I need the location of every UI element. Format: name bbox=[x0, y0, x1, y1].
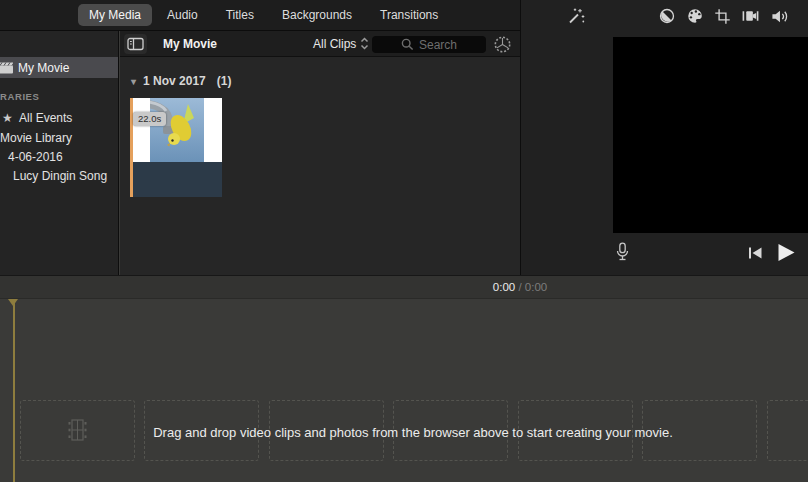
viewer-panel bbox=[520, 0, 808, 275]
sidebar-item-label: My Movie bbox=[18, 61, 69, 75]
sidebar-item-label: All Events bbox=[19, 111, 72, 125]
timeline-empty-message: Drag and drop video clips and photos fro… bbox=[153, 425, 673, 440]
filter-label: All Clips bbox=[313, 37, 356, 51]
video-clip-thumbnail[interactable]: 22.0s bbox=[130, 98, 222, 197]
play-button[interactable] bbox=[776, 243, 796, 262]
settings-gear-icon bbox=[493, 35, 512, 54]
star-icon: ★ bbox=[2, 111, 19, 125]
timeline-toolbar: 0:00 / 0:00 bbox=[0, 275, 808, 299]
clip-placeholder bbox=[767, 400, 808, 461]
imovie-window: My Media Audio Titles Backgrounds Transi… bbox=[0, 0, 808, 482]
group-count: (1) bbox=[217, 74, 232, 88]
media-tabs: My Media Audio Titles Backgrounds Transi… bbox=[78, 4, 451, 26]
color-balance-button[interactable] bbox=[658, 7, 676, 25]
tab-titles[interactable]: Titles bbox=[213, 4, 267, 26]
tab-audio[interactable]: Audio bbox=[154, 4, 211, 26]
sidebar-toggle-button[interactable] bbox=[124, 34, 147, 54]
tab-my-media[interactable]: My Media bbox=[78, 4, 152, 26]
magic-wand-icon bbox=[567, 7, 585, 25]
sidebar-item-all-events[interactable]: ★ All Events bbox=[0, 107, 119, 128]
clip-group-header[interactable]: ▾ 1 Nov 2017 (1) bbox=[131, 74, 231, 88]
voiceover-button[interactable] bbox=[615, 242, 630, 262]
clip-browser: My Movie All Clips Search bbox=[120, 31, 520, 275]
clip-filler bbox=[133, 162, 223, 197]
sidebar-item-label: Movie Library bbox=[0, 131, 72, 145]
microphone-icon bbox=[615, 242, 630, 262]
filmstrip-icon bbox=[67, 419, 88, 441]
sidebar-item-label: Lucy Dingin Song bbox=[13, 169, 107, 183]
clapperboard-icon bbox=[0, 62, 18, 74]
group-date-label: 1 Nov 2017 bbox=[143, 74, 206, 88]
volume-speaker-button[interactable] bbox=[770, 8, 789, 25]
browser-title: My Movie bbox=[163, 37, 217, 51]
search-input[interactable]: Search bbox=[372, 36, 486, 53]
media-toolbar: My Media Audio Titles Backgrounds Transi… bbox=[0, 0, 520, 31]
timeline[interactable]: Drag and drop video clips and photos fro… bbox=[0, 299, 808, 482]
sidebar-item-movie-library[interactable]: Movie Library bbox=[0, 127, 119, 148]
total-time: 0:00 bbox=[525, 281, 547, 293]
search-icon bbox=[401, 38, 414, 51]
current-time: 0:00 bbox=[493, 281, 515, 293]
clip-image bbox=[133, 98, 223, 162]
search-placeholder: Search bbox=[419, 38, 457, 52]
color-correction-palette-button[interactable] bbox=[686, 7, 704, 25]
playhead-handle[interactable] bbox=[8, 299, 18, 306]
browser-header: My Movie All Clips Search bbox=[120, 31, 520, 57]
video-viewer[interactable] bbox=[613, 37, 808, 233]
sidebar-item-my-movie[interactable]: My Movie bbox=[0, 57, 119, 78]
enhance-button[interactable] bbox=[567, 7, 585, 25]
tab-transitions[interactable]: Transitions bbox=[367, 4, 451, 26]
clip-duration-badge: 22.0s bbox=[133, 112, 166, 126]
libraries-sidebar: OJECT MEDIA My Movie RARIES ★ All Events… bbox=[0, 31, 119, 275]
skip-to-start-button[interactable] bbox=[747, 246, 763, 260]
transport-controls bbox=[747, 243, 796, 262]
libraries-section-label: RARIES bbox=[0, 91, 40, 102]
tab-backgrounds[interactable]: Backgrounds bbox=[269, 4, 365, 26]
bird-on-faucet-photo bbox=[150, 98, 204, 162]
all-clips-filter[interactable]: All Clips bbox=[313, 37, 369, 51]
time-display: 0:00 / 0:00 bbox=[493, 281, 547, 293]
sidebar-item-event-song[interactable]: Lucy Dingin Song bbox=[0, 165, 119, 186]
stabilization-camera-button[interactable] bbox=[741, 7, 760, 25]
chevron-up-down-icon bbox=[360, 37, 369, 50]
sidebar-toggle-icon bbox=[127, 37, 144, 51]
browser-settings-button[interactable] bbox=[492, 34, 513, 55]
adjust-toolbar bbox=[658, 7, 789, 25]
sidebar-item-label: 4-06-2016 bbox=[8, 150, 63, 164]
playhead[interactable] bbox=[13, 299, 15, 482]
time-separator: / bbox=[518, 281, 521, 293]
crop-button[interactable] bbox=[714, 8, 731, 25]
disclosure-triangle-icon[interactable]: ▾ bbox=[131, 76, 136, 87]
clip-selection-bar bbox=[130, 98, 133, 197]
sidebar-item-event-date[interactable]: 4-06-2016 bbox=[0, 146, 119, 167]
